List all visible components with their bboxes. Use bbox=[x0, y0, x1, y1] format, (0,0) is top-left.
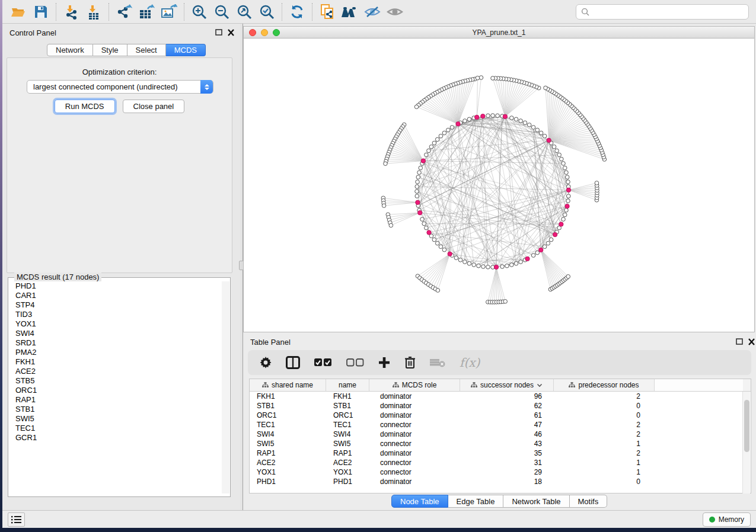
zoom-out-button[interactable] bbox=[210, 2, 233, 21]
table-cell: 35 bbox=[460, 448, 549, 458]
mcds-result-item[interactable]: STB1 bbox=[9, 405, 222, 414]
table-row[interactable]: STB1STB1dominator620 bbox=[250, 401, 751, 411]
close-panel-button[interactable]: Close panel bbox=[123, 100, 185, 113]
save-icon bbox=[34, 5, 48, 19]
tab-mcds[interactable]: MCDS bbox=[166, 44, 206, 56]
attribute-type-icon bbox=[393, 382, 399, 388]
float-panel-icon[interactable] bbox=[736, 338, 744, 345]
table-cell: 2 bbox=[554, 392, 647, 401]
table-row[interactable]: ACE2ACE2connector311 bbox=[250, 458, 751, 467]
table-cell: 1 bbox=[554, 458, 647, 467]
export-table-button[interactable] bbox=[135, 2, 158, 21]
dropdown-value: largest connected component (undirected) bbox=[33, 82, 178, 91]
mcds-result-item[interactable]: CAR1 bbox=[9, 291, 222, 300]
apply-layout-button[interactable] bbox=[286, 2, 308, 21]
mcds-result-item[interactable]: SWI4 bbox=[9, 329, 222, 338]
zoom-selected-icon bbox=[259, 4, 275, 20]
memory-button[interactable]: Memory bbox=[703, 512, 751, 527]
show-log-button[interactable] bbox=[8, 512, 25, 527]
table-cell: 96 bbox=[460, 392, 549, 401]
table-tabs: Node Table Edge Table Network Table Moti… bbox=[391, 495, 607, 508]
deselect-all-checkboxes-icon[interactable] bbox=[346, 358, 364, 367]
table-row[interactable]: YOX1YOX1connector291 bbox=[250, 467, 751, 477]
export-image-button[interactable] bbox=[158, 2, 180, 21]
column-header-filler bbox=[655, 379, 743, 391]
table-cell: 47 bbox=[460, 420, 549, 430]
table-row[interactable]: TEC1TEC1connector472 bbox=[250, 420, 751, 430]
mcds-result-item[interactable]: ACE2 bbox=[9, 367, 222, 376]
zoom-fit-button[interactable] bbox=[233, 2, 256, 21]
mcds-result-item[interactable]: ORC1 bbox=[9, 386, 222, 395]
mcds-result-item[interactable]: STP4 bbox=[9, 300, 222, 310]
table-cell: connector bbox=[380, 467, 460, 477]
mcds-result-item[interactable]: TEC1 bbox=[9, 424, 222, 433]
first-neighbors-button[interactable] bbox=[339, 2, 361, 21]
table-cell: connector bbox=[380, 458, 460, 467]
table-row[interactable]: ORC1ORC1dominator610 bbox=[250, 411, 751, 420]
mcds-result-item[interactable]: TID3 bbox=[9, 310, 222, 319]
save-session-button[interactable] bbox=[30, 2, 52, 21]
tab-edge-table[interactable]: Edge Table bbox=[448, 495, 504, 508]
column-header-predecessor-nodes[interactable]: predecessor nodes bbox=[554, 379, 655, 391]
import-table-button[interactable] bbox=[82, 2, 105, 21]
show-all-button[interactable] bbox=[384, 2, 406, 21]
column-header-mcds-role[interactable]: MCDS role bbox=[369, 379, 460, 391]
zoom-in-button[interactable] bbox=[188, 2, 210, 21]
table-row[interactable]: RAP1RAP1dominator352 bbox=[250, 448, 751, 458]
search-input[interactable] bbox=[593, 8, 744, 17]
add-column-icon[interactable] bbox=[378, 357, 390, 368]
tab-motifs[interactable]: Motifs bbox=[570, 495, 608, 508]
mcds-result-item[interactable]: FKH1 bbox=[9, 357, 222, 367]
mcds-result-item[interactable]: RAP1 bbox=[9, 395, 222, 405]
table-row[interactable]: FKH1FKH1dominator962 bbox=[250, 392, 751, 401]
table-cell: YOX1 bbox=[257, 467, 326, 477]
hide-selected-button[interactable] bbox=[361, 2, 384, 21]
table-cell: PHD1 bbox=[257, 477, 326, 486]
table-scrollbar-thumb[interactable] bbox=[744, 400, 749, 452]
mcds-result-item[interactable]: YOX1 bbox=[9, 319, 222, 329]
run-mcds-button[interactable]: Run MCDS bbox=[55, 100, 115, 113]
table-row[interactable]: SWI5SWI5connector431 bbox=[250, 439, 751, 448]
tab-network-table[interactable]: Network Table bbox=[503, 495, 569, 508]
float-panel-icon[interactable] bbox=[215, 29, 223, 36]
zoom-selected-button[interactable] bbox=[256, 2, 278, 21]
mcds-result-item[interactable]: PHD1 bbox=[9, 281, 222, 291]
tab-style[interactable]: Style bbox=[93, 44, 127, 56]
column-header-successor-nodes[interactable]: successor nodes bbox=[460, 379, 554, 391]
table-cell: YOX1 bbox=[333, 467, 369, 477]
table-cell: 0 bbox=[554, 401, 647, 411]
mcds-list-scrollbar[interactable] bbox=[222, 281, 229, 493]
table-cell: RAP1 bbox=[257, 448, 326, 458]
table-row[interactable]: SWI4SWI4dominator462 bbox=[250, 430, 751, 439]
mcds-result-item[interactable]: PMA2 bbox=[9, 348, 222, 357]
mcds-result-item[interactable]: GCR1 bbox=[9, 433, 222, 443]
close-panel-icon[interactable] bbox=[748, 338, 755, 345]
export-network-button[interactable] bbox=[113, 2, 135, 21]
mcds-result-item[interactable]: SWI5 bbox=[9, 414, 222, 424]
open-file-button[interactable] bbox=[7, 2, 30, 21]
delete-column-icon[interactable] bbox=[404, 356, 416, 369]
close-panel-icon[interactable] bbox=[227, 29, 235, 36]
mcds-result-title: MCDS result (17 nodes) bbox=[14, 273, 101, 281]
tab-node-table[interactable]: Node Table bbox=[391, 495, 448, 508]
network-canvas[interactable] bbox=[244, 39, 754, 332]
import-table-icon bbox=[86, 4, 101, 20]
mcds-result-item[interactable]: SRD1 bbox=[9, 338, 222, 348]
table-row[interactable]: PHD1PHD1dominator180 bbox=[250, 477, 751, 486]
search-field[interactable] bbox=[576, 4, 749, 20]
table-scrollbar[interactable] bbox=[742, 392, 750, 493]
network-window-titlebar[interactable]: YPA_prune.txt_1 bbox=[244, 27, 754, 39]
select-all-checkboxes-icon[interactable] bbox=[314, 358, 332, 367]
tab-select[interactable]: Select bbox=[127, 44, 166, 56]
import-network-button[interactable] bbox=[60, 2, 82, 21]
settings-gear-icon[interactable] bbox=[260, 357, 272, 368]
column-header-name[interactable]: name bbox=[326, 379, 369, 391]
new-network-from-selection-button[interactable] bbox=[316, 2, 339, 21]
optimization-criterion-dropdown[interactable]: largest connected component (undirected) bbox=[27, 80, 213, 94]
network-graph[interactable] bbox=[244, 39, 754, 332]
show-column-panel-icon[interactable] bbox=[286, 356, 300, 369]
toolbar-separator bbox=[312, 3, 312, 21]
tab-network[interactable]: Network bbox=[47, 44, 93, 56]
column-header-shared-name[interactable]: shared name bbox=[250, 379, 326, 391]
mcds-result-item[interactable]: STB5 bbox=[9, 376, 222, 386]
